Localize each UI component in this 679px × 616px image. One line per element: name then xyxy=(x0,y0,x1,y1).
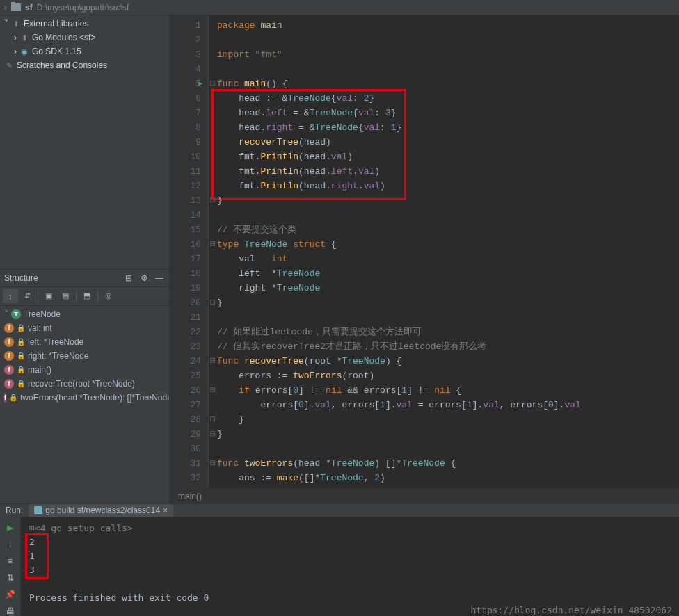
scratches[interactable]: ✎ Scratches and Consoles xyxy=(0,58,169,72)
line-gutter[interactable]: 12345▶6789101112131415161718192021222324… xyxy=(170,15,209,488)
code-line[interactable]: ⊟func recoverTree(root *TreeNode) { xyxy=(217,354,679,368)
run-panel: Run: go build sf/newclass2/class014 × ▶ … xyxy=(0,503,679,616)
code-line[interactable]: errors := twoErrors(root) xyxy=(217,368,679,383)
code-line[interactable]: ⊟} xyxy=(217,295,679,310)
structure-header: Structure ⊟ ⚙ — xyxy=(0,269,169,287)
run-label: Run: xyxy=(6,505,23,515)
code-line[interactable]: head := &TreeNode{val: 2} xyxy=(217,91,679,106)
filter-icon[interactable]: ▣ xyxy=(41,289,56,303)
lock-icon: 🔒 xyxy=(17,352,25,359)
lock-icon: 🔒 xyxy=(17,366,25,373)
code-line[interactable]: ⊟func twoErrors(head *TreeNode) []*TreeN… xyxy=(217,456,679,471)
struct-label: val: int xyxy=(28,323,52,333)
code-line[interactable] xyxy=(217,62,679,76)
field-icon: f xyxy=(4,351,14,361)
code-area[interactable]: package mainimport "fmt"⊟func main() { h… xyxy=(209,15,679,488)
code-line[interactable]: ⊟ } xyxy=(217,412,679,427)
tree-label: Go SDK 1.15 xyxy=(32,47,81,56)
go-icon xyxy=(34,506,42,514)
chevron-right-icon[interactable]: › xyxy=(4,3,7,13)
struct-main[interactable]: f 🔒 main() xyxy=(0,363,169,377)
code-line[interactable]: ⊟ if errors[0] != nil && errors[1] != ni… xyxy=(217,383,679,398)
code-line[interactable]: // 不要提交这个类 xyxy=(217,222,679,237)
chevron-down-icon[interactable]: ˅ xyxy=(4,309,8,319)
struct-label: TreeNode xyxy=(24,309,61,319)
project-path: D:\mysetup\gopath\src\sf xyxy=(37,3,129,13)
sort-icon[interactable]: ↕ xyxy=(3,289,18,303)
code-line[interactable] xyxy=(217,310,679,325)
folder-icon xyxy=(11,3,21,11)
pin-icon[interactable]: 📌 xyxy=(3,587,18,602)
code-line[interactable]: head.right = &TreeNode{val: 1} xyxy=(217,120,679,135)
close-icon[interactable]: × xyxy=(163,505,168,515)
code-line[interactable]: ans := make([]*TreeNode, 2) xyxy=(217,471,679,485)
sdk-icon: ◉ xyxy=(19,47,29,56)
field-icon: f xyxy=(4,323,14,333)
wrap-icon[interactable]: ⇅ xyxy=(3,570,18,585)
code-line[interactable] xyxy=(217,441,679,456)
struct-label: recoverTree(root *TreeNode) xyxy=(28,379,135,389)
locate-icon[interactable]: ◎ xyxy=(101,289,116,303)
run-gutter-icon[interactable]: ▶ xyxy=(198,76,202,91)
struct-treenode[interactable]: ˅ T TreeNode xyxy=(0,307,169,321)
fold-icon[interactable]: ⊞ xyxy=(29,523,35,533)
print-icon[interactable]: 🖶 xyxy=(3,603,18,616)
code-line[interactable]: ⊟} xyxy=(217,193,679,208)
stop-icon[interactable]: ≡ xyxy=(3,553,18,569)
code-line[interactable]: import "fmt" xyxy=(217,47,679,62)
struct-label: main() xyxy=(28,365,51,375)
go-sdk[interactable]: › ◉ Go SDK 1.15 xyxy=(0,44,169,58)
code-line[interactable]: recoverTree(head) xyxy=(217,135,679,149)
run-output[interactable]: ⊞<4 go setup calls> 2 1 3 Process finish… xyxy=(21,517,679,616)
hide-icon[interactable]: — xyxy=(154,273,165,284)
struct-val[interactable]: f 🔒 val: int xyxy=(0,321,169,335)
scratches-icon: ✎ xyxy=(4,60,14,70)
az-icon[interactable]: ⇵ xyxy=(19,289,35,303)
code-line[interactable]: ⊟} xyxy=(217,427,679,441)
code-line[interactable]: fmt.Println(head.left.val) xyxy=(217,164,679,179)
down-icon[interactable]: ↓ xyxy=(3,537,18,552)
code-line[interactable]: errors[0].val, errors[1].val = errors[1]… xyxy=(217,398,679,412)
structure-tree[interactable]: ˅ T TreeNode f 🔒 val: int f 🔒 left: *Tre… xyxy=(0,306,169,504)
code-line[interactable]: ⊟func main() { xyxy=(217,76,679,91)
code-line[interactable]: fmt.Println(head.right.val) xyxy=(217,179,679,193)
type-icon: T xyxy=(11,309,21,319)
run-header: Run: go build sf/newclass2/class014 × xyxy=(0,504,679,517)
chevron-right-icon[interactable]: › xyxy=(14,47,17,56)
code-line[interactable]: left *TreeNode xyxy=(217,266,679,281)
code-line[interactable]: ⊟type TreeNode struct { xyxy=(217,237,679,252)
code-line[interactable]: head.left = &TreeNode{val: 3} xyxy=(217,106,679,120)
chevron-right-icon[interactable]: › xyxy=(14,33,17,42)
project-tree[interactable]: ˅ ⫴ External Libraries › ⫴ Go Modules <s… xyxy=(0,15,169,74)
code-line[interactable]: package main xyxy=(217,18,679,33)
collapse-icon[interactable]: ⬒ xyxy=(79,289,95,303)
expand-icon[interactable]: ⊟ xyxy=(123,273,134,284)
exit-line: Process finished with exit code 0 xyxy=(29,591,671,605)
run-tab[interactable]: go build sf/newclass2/class014 × xyxy=(29,504,173,517)
struct-left[interactable]: f 🔒 left: *TreeNode xyxy=(0,335,169,349)
code-line[interactable]: // 但其实recoverTree2才是正路，只不过leetcode没有那么考 xyxy=(217,339,679,354)
code-breadcrumb[interactable]: main() xyxy=(170,488,679,503)
code-line[interactable]: // 如果能过leetcode，只需要提交这个方法即可 xyxy=(217,325,679,339)
func-icon: f xyxy=(4,393,6,403)
go-modules[interactable]: › ⫴ Go Modules <sf> xyxy=(0,31,169,44)
external-libraries[interactable]: ˅ ⫴ External Libraries xyxy=(0,17,169,31)
chevron-down-icon[interactable]: ˅ xyxy=(4,19,8,29)
output-line: 2 xyxy=(29,535,35,549)
code-line[interactable] xyxy=(217,208,679,222)
struct-twoerrors[interactable]: f 🔒 twoErrors(head *TreeNode): []*TreeNo… xyxy=(0,391,169,405)
code-line[interactable]: val int xyxy=(217,252,679,266)
library-icon: ⫴ xyxy=(11,19,21,29)
code-line[interactable]: right *TreeNode xyxy=(217,281,679,295)
code-editor[interactable]: 12345▶6789101112131415161718192021222324… xyxy=(170,15,679,488)
filter2-icon[interactable]: ▤ xyxy=(58,289,73,303)
gear-icon[interactable]: ⚙ xyxy=(138,273,150,284)
structure-toolbar: ↕ ⇵ ▣ ▤ ⬒ ◎ xyxy=(0,287,169,306)
code-line[interactable]: ⊟ if head == nil { xyxy=(217,485,679,488)
code-line[interactable] xyxy=(217,33,679,47)
project-name[interactable]: sf xyxy=(25,3,33,13)
struct-recover[interactable]: f 🔒 recoverTree(root *TreeNode) xyxy=(0,377,169,391)
struct-right[interactable]: f 🔒 right: *TreeNode xyxy=(0,349,169,363)
run-icon[interactable]: ▶ xyxy=(3,520,18,535)
code-line[interactable]: fmt.Println(head.val) xyxy=(217,149,679,164)
